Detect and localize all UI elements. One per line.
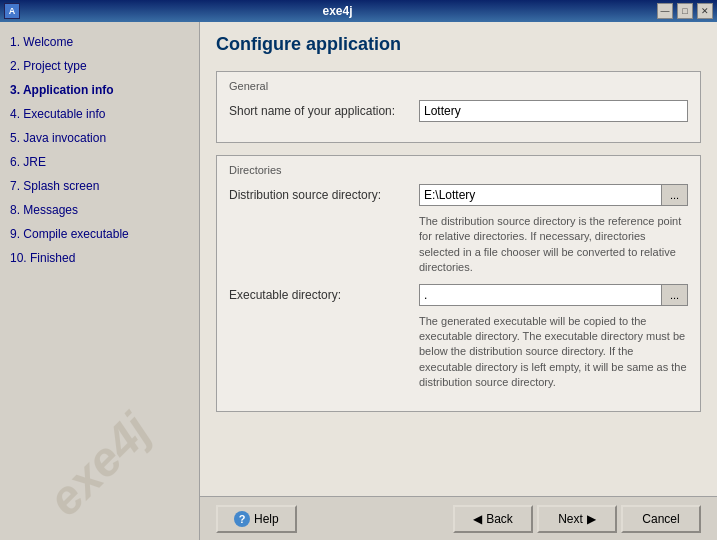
back-button[interactable]: ◀ Back	[453, 505, 533, 533]
bottom-bar: ? Help ◀ Back Next ▶ Cancel	[200, 496, 717, 540]
app-icon: A	[4, 3, 20, 19]
exec-dir-browse-button[interactable]: ...	[662, 284, 688, 306]
dist-source-label: Distribution source directory:	[229, 188, 419, 202]
window-title: exe4j	[20, 4, 655, 18]
title-bar: A exe4j — □ ✕	[0, 0, 717, 22]
minimize-button[interactable]: —	[657, 3, 673, 19]
nav-buttons: ◀ Back Next ▶ Cancel	[453, 505, 701, 533]
sidebar: 1. Welcome 2. Project type 3. Applicatio…	[0, 22, 200, 540]
sidebar-item-jre[interactable]: 6. JRE	[0, 150, 199, 174]
content-header: Configure application	[200, 22, 717, 63]
next-button[interactable]: Next ▶	[537, 505, 617, 533]
cancel-button[interactable]: Cancel	[621, 505, 701, 533]
short-name-row: Short name of your application:	[229, 100, 688, 122]
next-label: Next	[558, 512, 583, 526]
maximize-button[interactable]: □	[677, 3, 693, 19]
directories-group-title: Directories	[229, 164, 688, 176]
cancel-label: Cancel	[642, 512, 679, 526]
watermark-text: exe4j	[38, 403, 162, 527]
help-label: Help	[254, 512, 279, 526]
back-arrow-icon: ◀	[473, 512, 482, 526]
directories-group: Directories Distribution source director…	[216, 155, 701, 412]
window-controls: — □ ✕	[655, 3, 713, 19]
sidebar-item-compile-executable[interactable]: 9. Compile executable	[0, 222, 199, 246]
dist-source-browse-button[interactable]: ...	[662, 184, 688, 206]
general-group-title: General	[229, 80, 688, 92]
sidebar-item-welcome[interactable]: 1. Welcome	[0, 30, 199, 54]
back-label: Back	[486, 512, 513, 526]
help-icon: ?	[234, 511, 250, 527]
exec-dir-input[interactable]	[419, 284, 662, 306]
exec-dir-label: Executable directory:	[229, 288, 419, 302]
exec-dir-desc: The generated executable will be copied …	[419, 314, 688, 391]
short-name-label: Short name of your application:	[229, 104, 419, 118]
sidebar-item-splash-screen[interactable]: 7. Splash screen	[0, 174, 199, 198]
dist-source-input[interactable]	[419, 184, 662, 206]
next-arrow-icon: ▶	[587, 512, 596, 526]
sidebar-item-finished[interactable]: 10. Finished	[0, 246, 199, 270]
content-body: General Short name of your application: …	[200, 63, 717, 496]
exec-dir-row: Executable directory: ...	[229, 284, 688, 306]
dist-source-row: Distribution source directory: ...	[229, 184, 688, 206]
sidebar-item-project-type[interactable]: 2. Project type	[0, 54, 199, 78]
general-group: General Short name of your application:	[216, 71, 701, 143]
short-name-input[interactable]	[419, 100, 688, 122]
sidebar-item-java-invocation[interactable]: 5. Java invocation	[0, 126, 199, 150]
dist-source-desc: The distribution source directory is the…	[419, 214, 688, 276]
help-button[interactable]: ? Help	[216, 505, 297, 533]
sidebar-item-messages[interactable]: 8. Messages	[0, 198, 199, 222]
sidebar-item-executable-info[interactable]: 4. Executable info	[0, 102, 199, 126]
page-title: Configure application	[216, 34, 701, 55]
close-button[interactable]: ✕	[697, 3, 713, 19]
sidebar-watermark: exe4j	[0, 270, 199, 532]
content-area: Configure application General Short name…	[200, 22, 717, 540]
sidebar-item-application-info[interactable]: 3. Application info	[0, 78, 199, 102]
